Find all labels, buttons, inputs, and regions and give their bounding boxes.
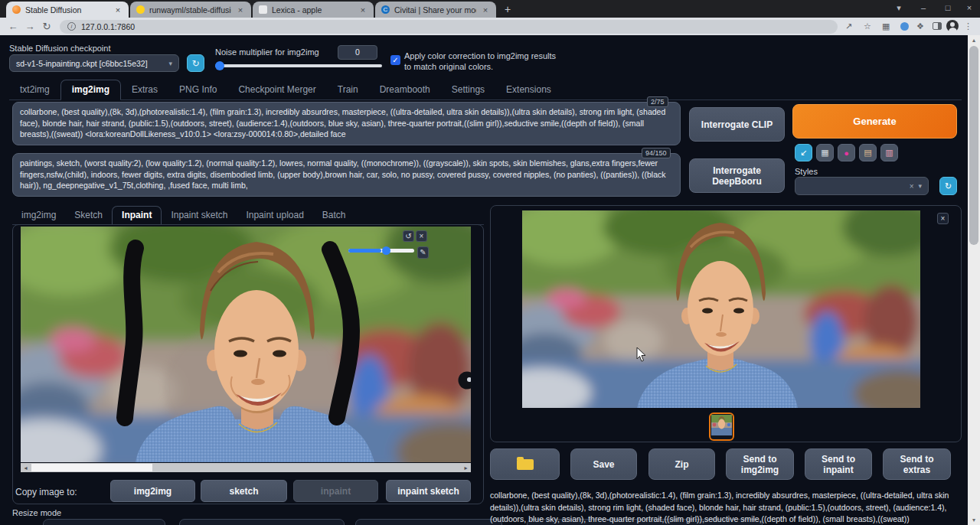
copy-to-inpaint-sketch-button[interactable]: inpaint sketch (386, 480, 471, 502)
subtab-sketch[interactable]: Sketch (65, 207, 112, 224)
checkpoint-select[interactable]: sd-v1-5-inpainting.ckpt [c6bbc15e32] ▾ (9, 54, 179, 72)
interrogate-deepbooru-button[interactable]: Interrogate DeepBooru (689, 158, 785, 193)
browser-tab-title: Stable Diffusion (25, 5, 109, 15)
copy-to-img2img-button[interactable]: img2img (110, 480, 195, 502)
scrollbar-thumb[interactable] (31, 464, 152, 471)
scrollbar-thumb[interactable] (969, 46, 978, 245)
resize-mode-option[interactable] (355, 519, 502, 525)
tab-checkpoint-merger[interactable]: Checkpoint Merger (227, 80, 326, 99)
browser-menu-icon[interactable]: ⋮ (964, 21, 972, 31)
tab-train[interactable]: Train (327, 80, 369, 99)
noise-multiplier-input[interactable]: 0 (338, 45, 377, 60)
resize-mode-option[interactable] (43, 519, 165, 525)
thumbnail-image (711, 415, 732, 435)
tab-close-icon[interactable]: × (358, 5, 368, 15)
subtab-batch[interactable]: Batch (313, 207, 355, 224)
resize-mode-option[interactable] (179, 519, 345, 525)
canvas-horizontal-scrollbar[interactable]: ◂ ▸ (21, 463, 471, 472)
generated-image[interactable] (522, 210, 920, 408)
brush-icon[interactable]: ✎ (417, 246, 429, 259)
reload-icon[interactable]: ↻ (38, 21, 55, 32)
tab-close-icon[interactable]: × (113, 5, 122, 15)
side-panel-icon[interactable] (933, 22, 942, 30)
styles-select[interactable]: × ▾ (795, 177, 929, 195)
stable-diffusion-webui: Stable Diffusion checkpoint sd-v1-5-inpa… (0, 35, 968, 525)
civitai-favicon: C (381, 5, 390, 14)
copy-to-inpaint-button: inpaint (293, 480, 378, 502)
window-close-button[interactable]: × (959, 0, 980, 17)
maximize-button[interactable]: □ (937, 0, 959, 17)
save-button[interactable]: Save (570, 448, 637, 480)
negative-prompt-textarea[interactable]: paintings, sketch, (worst quality:2), (l… (12, 153, 681, 197)
subtab-inpaint[interactable]: Inpaint (112, 206, 162, 225)
checkpoint-label: Stable Diffusion checkpoint (9, 44, 111, 53)
minimize-button[interactable]: – (913, 0, 934, 17)
subtab-img2img[interactable]: img2img (12, 207, 65, 224)
send-to-extras-button[interactable]: Send to extras (883, 448, 951, 480)
tab-close-icon[interactable]: × (236, 5, 245, 15)
subtab-inpaint-sketch[interactable]: Inpaint sketch (162, 207, 237, 224)
close-gallery-icon[interactable]: × (937, 213, 949, 224)
undo-icon[interactable]: ↺ (403, 230, 414, 242)
save-style-icon[interactable]: ▤ (859, 144, 877, 161)
slider-knob[interactable] (382, 246, 390, 255)
inpaint-canvas[interactable] (21, 227, 471, 462)
extension-grid-icon[interactable]: ▦ (882, 21, 890, 31)
browser-tab-lexica[interactable]: Lexica - apple × (253, 2, 374, 18)
resize-mode-label: Resize mode (12, 508, 61, 517)
scroll-up-icon[interactable]: ▴ (968, 37, 980, 44)
page-scrollbar[interactable]: ▴ ▾ (968, 35, 980, 525)
tab-txt2img[interactable]: txt2img (9, 80, 60, 99)
brush-size-slider[interactable] (348, 249, 414, 253)
forward-icon[interactable]: → (21, 21, 38, 32)
tab-search-icon[interactable]: ▾ (888, 0, 910, 17)
gallery-thumbnail[interactable] (709, 412, 734, 441)
generate-button[interactable]: Generate (792, 104, 957, 139)
tab-extensions[interactable]: Extensions (495, 80, 562, 99)
open-folder-button[interactable] (490, 448, 560, 480)
bookmark-star-icon[interactable]: ☆ (864, 21, 871, 31)
extensions-puzzle-icon[interactable]: ❖ (916, 21, 924, 31)
scroll-down-icon[interactable]: ▾ (968, 517, 980, 523)
new-tab-button[interactable]: + (501, 3, 514, 17)
clear-styles-icon[interactable]: × (910, 182, 914, 191)
paste-params-button[interactable]: ↙ (795, 144, 812, 161)
color-correction-checkbox[interactable]: ✓ (390, 55, 400, 65)
profile-avatar[interactable] (946, 20, 959, 32)
clear-image-icon[interactable]: × (416, 230, 427, 242)
prompt-textarea[interactable]: collarbone, (best quality),(8k, 3d),(pho… (12, 102, 681, 145)
copy-to-sketch-button[interactable]: sketch (201, 480, 287, 502)
refresh-checkpoint-button[interactable]: ↻ (187, 54, 204, 72)
back-icon[interactable]: ← (5, 21, 21, 32)
site-info-icon[interactable]: i (67, 22, 76, 31)
tab-png-info[interactable]: PNG Info (168, 80, 227, 99)
address-bar[interactable]: i 127.0.0.1:7860 (60, 20, 838, 34)
browser-tabbar: Stable Diffusion × runwayml/stable-diffu… (0, 0, 980, 18)
tab-dreambooth[interactable]: Dreambooth (369, 80, 441, 99)
zip-button[interactable]: Zip (648, 448, 715, 480)
scroll-right-icon[interactable]: ▸ (461, 465, 471, 471)
scroll-left-icon[interactable]: ◂ (21, 465, 31, 471)
negative-prompt-token-counter: 94/150 (642, 148, 671, 158)
send-to-img2img-button[interactable]: Send to img2img (726, 448, 794, 480)
slider-knob[interactable] (215, 61, 224, 70)
send-to-inpaint-button[interactable]: Send to inpaint (805, 448, 872, 480)
tab-close-icon[interactable]: × (481, 5, 490, 15)
refresh-styles-button[interactable]: ↻ (939, 177, 957, 195)
color-correction-label: Apply color correction to img2img result… (404, 51, 560, 72)
source-image-with-mask (21, 227, 471, 462)
share-icon[interactable]: ↗ (845, 21, 852, 31)
tab-settings[interactable]: Settings (441, 80, 495, 99)
interrogate-clip-button[interactable]: Interrogate CLIP (689, 107, 785, 142)
subtab-inpaint-upload[interactable]: Inpaint upload (237, 207, 312, 224)
apply-style-icon[interactable]: ▥ (880, 144, 898, 161)
browser-tab-civitai[interactable]: C Civitai | Share your models × (375, 2, 496, 18)
extra-networks-icon[interactable]: ● (838, 144, 855, 161)
noise-multiplier-slider[interactable] (215, 64, 382, 67)
tab-extras[interactable]: Extras (121, 80, 168, 99)
tab-img2img[interactable]: img2img (60, 80, 121, 100)
browser-tab-stable-diffusion[interactable]: Stable Diffusion × (6, 2, 129, 18)
browser-tab-huggingface[interactable]: runwayml/stable-diffusion-inpai × (130, 2, 251, 18)
extension-blue-icon[interactable] (900, 22, 909, 31)
clear-prompt-trash-icon[interactable]: ▦ (816, 144, 834, 161)
